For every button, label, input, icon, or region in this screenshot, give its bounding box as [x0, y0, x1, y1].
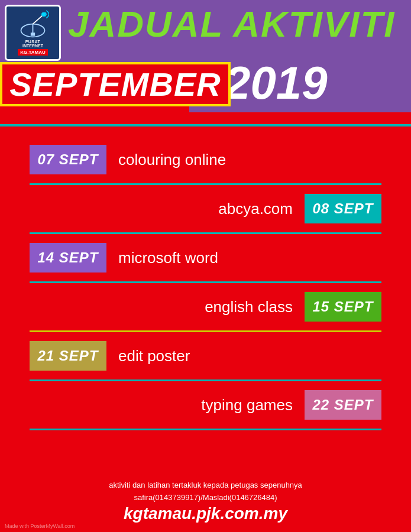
logo-box: PUSAT INTERNET KG.TAMAU — [5, 5, 61, 61]
activity-row-5: 21 SEPT edit poster — [30, 332, 381, 379]
month-text: SEPTEMBER — [9, 65, 221, 103]
date-badge-5: 21 SEPT — [30, 341, 106, 371]
watermark: Made with PosterMyWall.com — [5, 523, 75, 529]
date-badge-2: 08 SEPT — [305, 194, 381, 223]
main-title: JADUAL AKTIVITI — [68, 6, 411, 43]
activity-label-5: edit poster — [106, 347, 202, 365]
activity-row-1: 07 SEPT colouring online — [30, 136, 381, 183]
activity-row-2: abcya.com 08 SEPT — [30, 185, 381, 232]
date-badge-4: 15 SEPT — [305, 292, 381, 322]
year-text: 2019 — [225, 56, 328, 110]
header: PUSAT INTERNET KG.TAMAU JADUAL AKTIVITI … — [0, 0, 411, 136]
activity-row-6: typing games 22 SEPT — [30, 381, 381, 429]
footer-website: kgtamau.pjk.com.my — [12, 504, 399, 523]
date-badge-6: 22 SEPT — [305, 390, 381, 420]
activity-label-6: typing games — [189, 396, 305, 414]
footer-line1: aktiviti dan latihan tertakluk kepada pe… — [12, 479, 399, 492]
september-block: SEPTEMBER — [0, 62, 231, 106]
top-divider — [0, 124, 411, 126]
activity-label-2: abcya.com — [206, 200, 305, 218]
activity-row-4: english class 15 SEPT — [30, 283, 381, 330]
date-badge-1: 07 SEPT — [30, 145, 106, 174]
logo-internet: INTERNET — [22, 44, 43, 48]
activity-label-4: english class — [193, 298, 305, 316]
content-area: 07 SEPT colouring online abcya.com 08 SE… — [0, 130, 411, 532]
logo-pusat: PUSAT — [25, 40, 41, 44]
svg-rect-4 — [31, 33, 35, 35]
svg-line-2 — [33, 15, 43, 24]
logo-kg: KG.TAMAU — [18, 49, 48, 56]
activity-row-3: 14 SEPT microsoft word — [30, 234, 381, 281]
footer-line2: safira(0143739917)/Masladi(0146726484) — [12, 492, 399, 504]
activity-label-1: colouring online — [106, 151, 238, 169]
activity-label-3: microsoft word — [106, 249, 230, 267]
date-badge-3: 14 SEPT — [30, 243, 106, 273]
divider-6 — [30, 429, 381, 430]
